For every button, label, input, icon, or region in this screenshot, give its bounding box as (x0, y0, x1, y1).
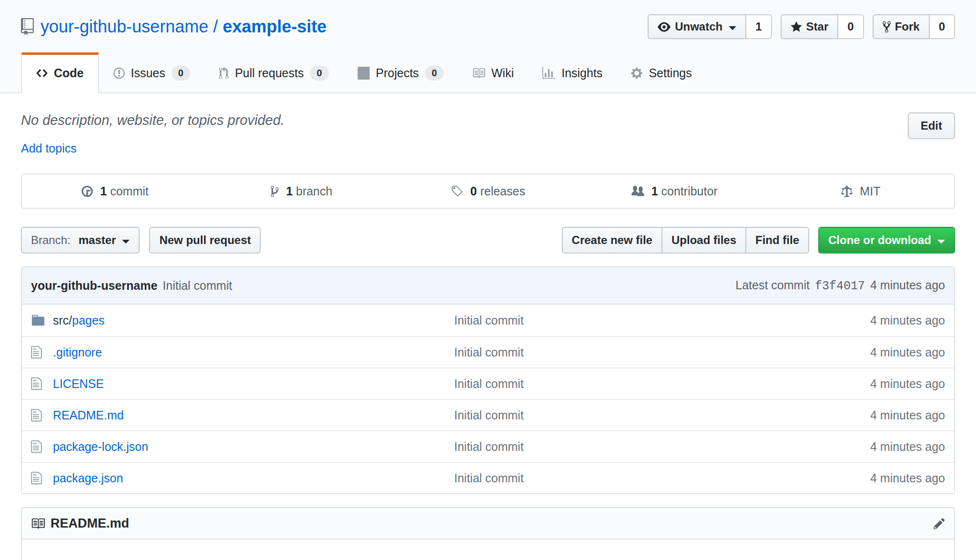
history-icon (81, 184, 100, 198)
projects-icon (357, 67, 370, 80)
file-row: src/pages Initial commit 4 minutes ago (22, 305, 954, 336)
star-count[interactable]: 0 (838, 14, 864, 39)
fork-button[interactable]: Fork (873, 14, 930, 39)
stat-label: branch (296, 184, 332, 198)
repo-icon (21, 18, 34, 35)
tab-code[interactable]: Code (21, 52, 99, 93)
law-icon (841, 184, 860, 198)
file-commit-message-link[interactable]: Initial commit (454, 346, 807, 359)
file-toolbar: Branch: master New pull request Create n… (21, 227, 955, 254)
tab-insights[interactable]: Insights (528, 52, 617, 92)
new-pull-request-button[interactable]: New pull request (149, 227, 261, 254)
stat-license[interactable]: MIT (768, 184, 954, 198)
repo-title-row: your-github-username / example-site Unwa… (21, 14, 955, 39)
create-new-file-button[interactable]: Create new file (562, 227, 662, 254)
file-link[interactable]: .gitignore (53, 346, 102, 359)
github-repo-page: your-github-username / example-site Unwa… (0, 0, 976, 560)
upload-files-button[interactable]: Upload files (662, 227, 746, 254)
readme-content (22, 540, 954, 560)
chevron-down-icon (122, 240, 130, 244)
find-file-button[interactable]: Find file (746, 227, 809, 254)
branch-icon (271, 184, 286, 198)
stat-value: 1 (100, 184, 107, 198)
file-list: src/pages Initial commit 4 minutes ago .… (22, 305, 954, 493)
add-topics-link[interactable]: Add topics (21, 142, 77, 155)
commit-hash-link[interactable]: f3f4017 (815, 279, 865, 293)
file-link[interactable]: LICENSE (53, 377, 104, 390)
gear-icon (631, 67, 642, 80)
branch-name: master (79, 234, 116, 247)
stat-label: contributor (661, 184, 718, 198)
file-link[interactable]: package-lock.json (53, 440, 148, 453)
file-link[interactable]: README.md (53, 408, 124, 422)
clone-or-download-button[interactable]: Clone or download (818, 227, 955, 254)
tab-projects[interactable]: Projects 0 (343, 52, 458, 92)
file-commit-message-link[interactable]: Initial commit (454, 440, 807, 454)
file-actions-group: Create new file Upload files Find file (562, 227, 809, 254)
file-name-cell: .gitignore (53, 346, 454, 359)
pencil-icon[interactable] (934, 517, 945, 530)
star-button[interactable]: Star (781, 14, 839, 39)
tab-label: Code (54, 66, 84, 80)
commit-message-link[interactable]: Initial commit (163, 279, 232, 293)
page-title: your-github-username / example-site (41, 17, 326, 37)
file-name-cell: src/pages (53, 314, 454, 327)
stat-contributors[interactable]: 1 contributor (581, 184, 768, 198)
chevron-down-icon (937, 240, 945, 244)
eye-icon (658, 20, 671, 33)
pull-request-icon (219, 67, 229, 80)
branch-label: Branch: (31, 234, 71, 247)
pull-requests-counter: 0 (310, 66, 328, 81)
repo-owner-link[interactable]: your-github-username (41, 17, 208, 37)
repo-description: No description, website, or topics provi… (21, 112, 285, 128)
file-name-cell: package-lock.json (53, 440, 454, 454)
file-row: package.json Initial commit 4 minutes ag… (22, 462, 954, 493)
code-icon (36, 67, 48, 80)
stat-releases[interactable]: 0 releases (395, 184, 581, 198)
chevron-down-icon (729, 26, 736, 30)
clone-label: Clone or download (828, 234, 931, 247)
star-icon (791, 20, 802, 33)
tab-wiki[interactable]: Wiki (458, 52, 528, 92)
tab-issues[interactable]: Issues 0 (99, 52, 204, 92)
stat-branches[interactable]: 1 branch (208, 184, 395, 198)
file-icon (31, 408, 53, 422)
wiki-book-icon (472, 67, 485, 80)
fork-group: Fork 0 (873, 14, 955, 39)
repo-name-link[interactable]: example-site (223, 17, 326, 37)
stat-label: MIT (860, 184, 880, 198)
issues-counter: 0 (172, 66, 190, 81)
file-name-cell: LICENSE (53, 377, 454, 391)
tab-label: Issues (131, 66, 165, 80)
tab-label: Wiki (491, 66, 514, 80)
file-age: 4 minutes ago (807, 377, 945, 391)
fork-count[interactable]: 0 (930, 14, 955, 39)
edit-button[interactable]: Edit (908, 112, 955, 139)
file-link[interactable]: pages (72, 314, 104, 327)
tab-label: Insights (561, 66, 602, 80)
readme-header: README.md (22, 508, 954, 540)
unwatch-button[interactable]: Unwatch (648, 14, 746, 39)
file-commit-message-link[interactable]: Initial commit (454, 408, 807, 422)
file-icon (31, 439, 53, 454)
tab-pull-requests[interactable]: Pull requests 0 (204, 52, 343, 92)
branch-selector[interactable]: Branch: master (21, 227, 140, 254)
file-link[interactable]: package.json (53, 471, 123, 485)
readme-section: README.md (21, 507, 955, 560)
file-name-cell: package.json (53, 471, 454, 485)
file-commit-message-link[interactable]: Initial commit (454, 377, 807, 391)
stat-commits[interactable]: 1 commit (22, 184, 208, 198)
commit-author-link[interactable]: your-github-username (31, 279, 157, 293)
tab-label: Settings (649, 66, 691, 80)
tab-label: Projects (376, 66, 419, 80)
stat-value: 0 (470, 184, 477, 198)
file-commit-message-link[interactable]: Initial commit (454, 471, 807, 485)
file-commit-message-link[interactable]: Initial commit (454, 314, 807, 327)
tab-settings[interactable]: Settings (617, 52, 706, 92)
issue-icon (113, 67, 125, 80)
file-age: 4 minutes ago (807, 314, 945, 327)
insights-graph-icon (542, 67, 555, 80)
file-name-cell: README.md (53, 408, 454, 422)
people-icon (631, 184, 651, 198)
watch-count[interactable]: 1 (746, 14, 772, 39)
